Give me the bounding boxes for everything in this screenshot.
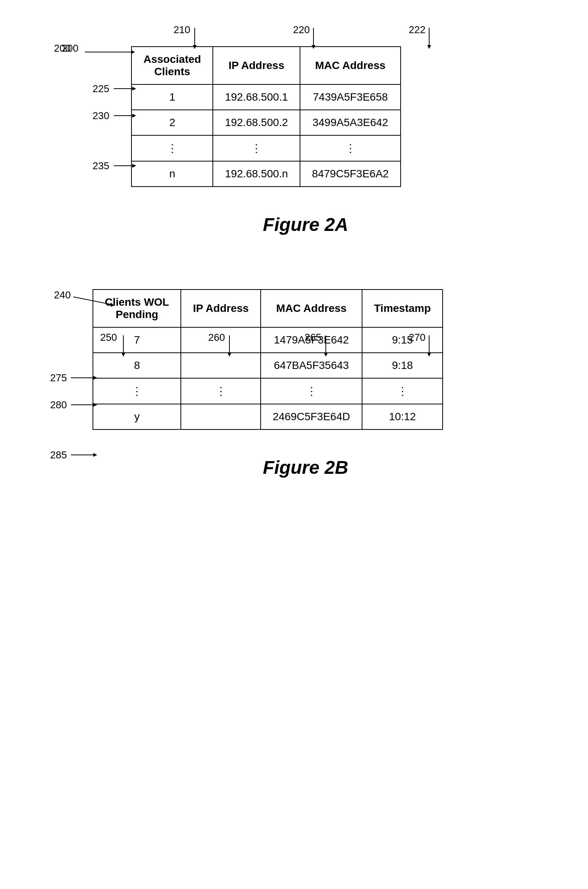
cell-mac-1: 7439A5F3E658 [300, 84, 401, 110]
svg-marker-9 [132, 87, 136, 91]
cell-ts-dots: ⋮ [362, 378, 443, 404]
ref-270: 270 [409, 332, 425, 343]
svg-marker-25 [93, 376, 97, 380]
arrow-240-svg [73, 293, 120, 308]
col-header-timestamp: Timestamp [362, 290, 443, 327]
cell-ip-dots: ⋮ [213, 135, 300, 161]
svg-line-14 [73, 297, 112, 305]
arrow-230-svg [114, 113, 137, 119]
arrow-285-svg [71, 452, 98, 458]
ref-200-label: 200 [62, 42, 78, 54]
svg-marker-1 [131, 50, 135, 54]
svg-marker-5 [312, 45, 315, 49]
ref-210: 210 [174, 24, 190, 36]
arrow-220-svg [310, 28, 317, 49]
arrow-225-svg [114, 86, 137, 92]
arrow-275-svg [71, 375, 98, 381]
table-2a: AssociatedClients IP Address MAC Address… [131, 46, 401, 187]
svg-marker-27 [93, 403, 97, 407]
cell-clients-dots: ⋮ [131, 135, 213, 161]
arrow-265-svg [322, 335, 330, 357]
arrow-235-svg [114, 163, 137, 169]
table-2b-wrapper: Clients WOLPending IP Address MAC Addres… [93, 289, 557, 430]
arrow-210-svg [191, 28, 199, 49]
svg-marker-11 [132, 114, 136, 118]
table-2b: Clients WOLPending IP Address MAC Addres… [93, 289, 443, 430]
ref-225: 225 [93, 83, 109, 95]
cell-ip-b-8 [181, 353, 261, 378]
col-header-associated-clients: AssociatedClients [131, 47, 213, 84]
ref-230: 230 [93, 110, 109, 122]
col-header-ip-address: IP Address [213, 47, 300, 84]
cell-clients-1: 1 [131, 84, 213, 110]
cell-ip-b-dots: ⋮ [181, 378, 261, 404]
cell-mac-b-y: 2469C5F3E64D [261, 404, 362, 429]
cell-wol-y: y [93, 404, 181, 429]
table-row: 2 192.68.500.2 3499A5A3E642 [131, 110, 401, 135]
figure-2b: 240 250 260 265 270 275 [54, 289, 557, 478]
svg-marker-19 [227, 353, 231, 357]
arrow-260-svg [226, 335, 233, 357]
page: 200 200 210 220 222 225 [0, 0, 588, 889]
svg-marker-21 [324, 353, 328, 357]
col-header-mac-address: MAC Address [300, 47, 401, 84]
col-header-ip-address-b: IP Address [181, 290, 261, 327]
figure-2b-caption: Figure 2B [54, 457, 557, 478]
cell-clients-n: n [131, 161, 213, 187]
ref-285: 285 [50, 449, 67, 461]
cell-ip-b-y [181, 404, 261, 429]
svg-marker-15 [110, 303, 114, 307]
arrow-222-svg [425, 28, 433, 49]
cell-ip-n: 192.68.500.n [213, 161, 300, 187]
table-row: 7 1479A5F3E642 9:15 [93, 327, 443, 353]
ref-235: 235 [93, 160, 109, 172]
ref-240: 240 [54, 289, 71, 301]
table-2a-wrapper: AssociatedClients IP Address MAC Address… [131, 46, 557, 187]
cell-wol-dots: ⋮ [93, 378, 181, 404]
cell-ip-1: 192.68.500.1 [213, 84, 300, 110]
col-header-mac-address-b: MAC Address [261, 290, 362, 327]
cell-ts-y: 10:12 [362, 404, 443, 429]
arrow-270-svg [425, 335, 433, 357]
ref-250: 250 [100, 332, 117, 343]
cell-mac-dots: ⋮ [300, 135, 401, 161]
cell-mac-2: 3499A5A3E642 [300, 110, 401, 135]
table-row: 8 647BA5F35643 9:18 [93, 353, 443, 378]
figure-2a-caption: Figure 2A [54, 214, 557, 235]
svg-marker-17 [121, 353, 125, 357]
svg-marker-3 [193, 45, 197, 49]
svg-marker-23 [427, 353, 431, 357]
ref-260: 260 [208, 332, 225, 343]
svg-marker-29 [93, 453, 97, 457]
table-row: y 2469C5F3E64D 10:12 [93, 404, 443, 429]
table-row: ⋮ ⋮ ⋮ ⋮ [93, 378, 443, 404]
cell-mac-b-8: 647BA5F35643 [261, 353, 362, 378]
cell-ip-2: 192.68.500.2 [213, 110, 300, 135]
figure-2a: 200 200 210 220 222 225 [54, 46, 557, 235]
ref-265: 265 [305, 332, 321, 343]
ref-280: 280 [50, 399, 67, 411]
svg-marker-7 [427, 45, 431, 49]
ref-275: 275 [50, 372, 67, 384]
cell-clients-2: 2 [131, 110, 213, 135]
arrow-280-svg [71, 402, 98, 408]
arrow-250-svg [120, 335, 127, 357]
table-row: ⋮ ⋮ ⋮ [131, 135, 401, 161]
table-row: n 192.68.500.n 8479C5F3E6A2 [131, 161, 401, 187]
table-row: 1 192.68.500.1 7439A5F3E658 [131, 84, 401, 110]
ref-220: 220 [293, 24, 310, 36]
cell-mac-b-dots: ⋮ [261, 378, 362, 404]
svg-marker-13 [132, 164, 136, 168]
ref-222: 222 [409, 24, 425, 36]
cell-wol-8: 8 [93, 353, 181, 378]
cell-mac-n: 8479C5F3E6A2 [300, 161, 401, 187]
